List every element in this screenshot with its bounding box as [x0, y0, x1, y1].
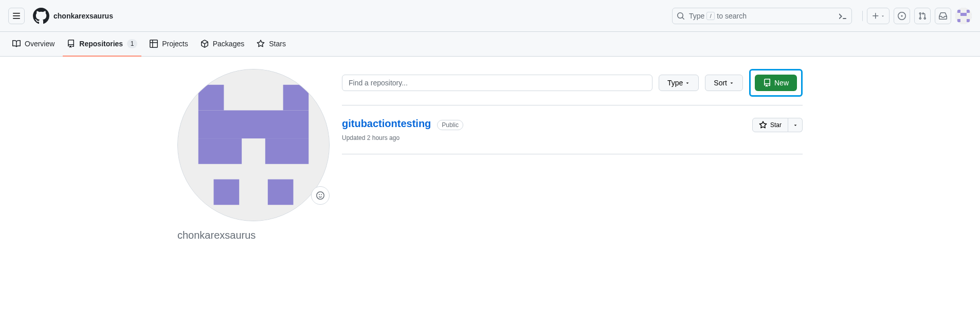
find-repository-input[interactable]	[342, 75, 652, 91]
plus-icon	[872, 12, 880, 20]
hamburger-menu-button[interactable]	[8, 8, 25, 24]
issue-opened-icon	[898, 12, 906, 20]
triangle-down-icon	[685, 80, 690, 85]
command-palette-icon	[839, 12, 847, 20]
search-placeholder: Type / to search	[689, 12, 839, 20]
table-icon	[150, 40, 158, 48]
pull-requests-button[interactable]	[914, 8, 931, 24]
svg-rect-10	[198, 138, 242, 164]
svg-rect-12	[214, 180, 240, 205]
sidebar-username: chonkarexsaurus	[177, 229, 330, 241]
star-icon	[759, 121, 767, 129]
repo-content: Type Sort New	[342, 69, 803, 241]
svg-rect-2	[967, 10, 970, 13]
search-icon	[677, 12, 685, 20]
svg-rect-13	[268, 180, 294, 205]
tab-stars[interactable]: Stars	[252, 32, 290, 57]
inbox-icon	[939, 12, 947, 20]
global-header: chonkarexsaurus Type / to search	[0, 0, 980, 32]
repo-toolbar: Type Sort New	[342, 69, 803, 97]
triangle-down-icon	[729, 80, 734, 85]
set-status-button[interactable]	[311, 186, 330, 205]
repo-icon	[67, 40, 75, 48]
github-logo-icon[interactable]	[33, 8, 49, 24]
svg-rect-11	[265, 138, 308, 164]
repo-icon	[763, 79, 771, 87]
tab-projects[interactable]: Projects	[146, 32, 192, 57]
svg-rect-1	[957, 10, 960, 13]
svg-rect-4	[957, 19, 960, 22]
tab-overview-label: Overview	[25, 40, 55, 48]
three-bars-icon	[12, 12, 21, 20]
new-button-label: New	[774, 79, 789, 87]
star-button[interactable]: Star	[752, 118, 788, 132]
tab-projects-label: Projects	[162, 40, 188, 48]
repo-name-link[interactable]: gitubactiontesting	[342, 118, 431, 130]
smiley-icon	[316, 191, 324, 200]
new-button-highlight: New	[749, 69, 803, 97]
type-filter-dropdown[interactable]: Type	[659, 75, 699, 91]
type-filter-label: Type	[667, 79, 683, 87]
repositories-count-badge: 1	[127, 39, 137, 48]
header-divider	[862, 11, 863, 21]
svg-rect-7	[198, 85, 224, 111]
repo-visibility-badge: Public	[437, 120, 463, 130]
git-pull-request-icon	[918, 12, 927, 20]
svg-rect-9	[198, 110, 309, 138]
book-icon	[12, 40, 21, 48]
identicon-large-icon	[178, 69, 329, 221]
notifications-button[interactable]	[935, 8, 951, 24]
profile-tabs: Overview Repositories 1 Projects Package…	[0, 32, 980, 57]
tab-packages-label: Packages	[213, 40, 244, 48]
user-avatar-large[interactable]	[177, 69, 330, 221]
star-button-label: Star	[770, 121, 782, 129]
header-username-link[interactable]: chonkarexsaurus	[53, 12, 113, 20]
user-avatar-small[interactable]	[955, 8, 972, 24]
sort-filter-dropdown[interactable]: Sort	[705, 75, 743, 91]
identicon-small-icon	[955, 8, 972, 24]
svg-rect-5	[967, 19, 970, 22]
create-new-dropdown[interactable]	[867, 8, 890, 24]
star-dropdown-button[interactable]	[788, 118, 803, 132]
package-icon	[201, 40, 209, 48]
svg-rect-3	[960, 13, 967, 16]
sort-filter-label: Sort	[714, 79, 727, 87]
triangle-down-icon	[793, 122, 798, 128]
tab-overview[interactable]: Overview	[8, 32, 59, 57]
tab-repositories-label: Repositories	[79, 40, 123, 48]
new-repository-button[interactable]: New	[755, 75, 797, 91]
search-input[interactable]: Type / to search	[672, 8, 852, 24]
star-icon	[257, 40, 265, 48]
triangle-down-icon	[881, 14, 885, 18]
tab-packages[interactable]: Packages	[196, 32, 248, 57]
star-button-group: Star	[752, 118, 803, 132]
search-kbd-icon: /	[706, 12, 715, 20]
svg-rect-8	[283, 85, 309, 111]
profile-sidebar: chonkarexsaurus	[177, 69, 330, 241]
repo-list-item: gitubactiontesting Public Updated 2 hour…	[342, 105, 803, 154]
repo-updated-text: Updated 2 hours ago	[342, 134, 463, 141]
tab-repositories[interactable]: Repositories 1	[63, 32, 141, 57]
main-content: chonkarexsaurus Type Sort	[161, 57, 819, 254]
tab-stars-label: Stars	[269, 40, 286, 48]
issues-button[interactable]	[894, 8, 910, 24]
